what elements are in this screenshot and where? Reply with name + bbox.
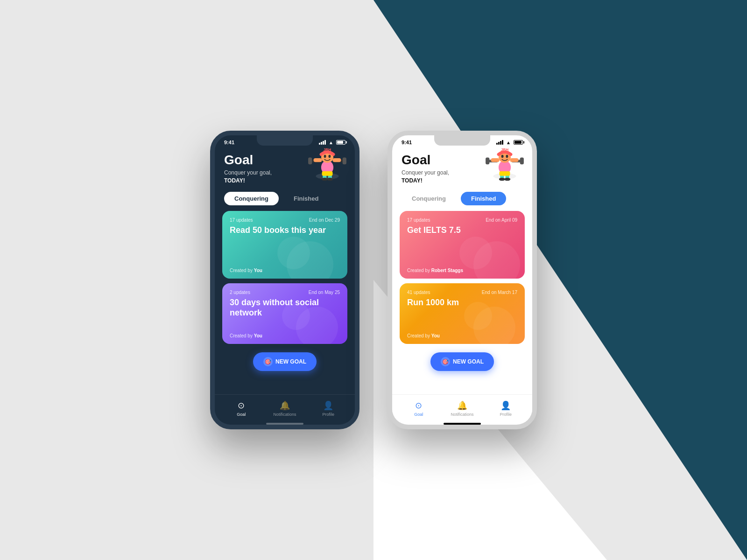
nav-profile-dark[interactable]: 👤 Profile: [307, 400, 350, 417]
signal-bar-l1: [496, 143, 498, 145]
target-icon-light: 🎯: [441, 357, 450, 366]
mascot-light: JBH: [484, 148, 526, 186]
cards-area-light: 17 updates End on April 09 Get IELTS 7.5…: [392, 209, 532, 394]
svg-point-9: [324, 155, 326, 158]
tab-finished-light[interactable]: Finished: [461, 192, 506, 205]
home-bar-light: [444, 423, 481, 425]
svg-point-27: [506, 155, 508, 158]
header-dark: JBH Goal Conquer your goal, TODAY!: [215, 148, 355, 188]
tab-conquering-light[interactable]: Conquering: [402, 192, 456, 205]
battery-icon-light: [514, 140, 523, 145]
wifi-icon-light: ▲: [506, 140, 511, 145]
svg-point-14: [327, 178, 333, 181]
card-title-1-dark: Read 50 books this year: [230, 225, 340, 236]
card-updates-2-light: 41 updates: [407, 290, 430, 295]
nav-notifications-label-dark: Notifications: [273, 412, 296, 417]
signal-bar-l2: [498, 142, 500, 145]
header-light: JBH Goal Conquer your goal, TODAY!: [392, 148, 532, 188]
card-creator-2-dark: Created by You: [230, 333, 262, 338]
battery-fill-light: [514, 141, 521, 144]
phone-dark: 9:41 ▲: [210, 131, 359, 429]
cards-area-dark: 17 updates End on Dec 29 Read 50 books t…: [215, 209, 355, 394]
goal-card-2-dark[interactable]: 2 updates End on May 25 30 days without …: [222, 283, 347, 344]
nav-goal-label-dark: Goal: [237, 412, 246, 417]
nav-profile-label-light: Profile: [500, 412, 512, 417]
target-icon-dark: 🎯: [263, 357, 273, 366]
screen-dark: JBH Goal Conquer your goal, TODAY! Conqu…: [215, 148, 355, 425]
signal-bar-1: [319, 143, 320, 145]
svg-text:JBH: JBH: [501, 148, 508, 152]
nav-notifications-dark[interactable]: 🔔 Notifications: [263, 400, 306, 417]
svg-rect-32: [500, 171, 510, 176]
svg-point-26: [501, 155, 504, 158]
svg-rect-23: [491, 158, 500, 162]
bottom-nav-dark: ⊙ Goal 🔔 Notifications 👤 Profile: [215, 394, 355, 422]
nav-goal-dark[interactable]: ⊙ Goal: [219, 400, 263, 417]
signal-bars-dark: [319, 140, 326, 145]
svg-point-30: [499, 178, 505, 181]
tabs-dark: Conquering Finished: [215, 188, 355, 209]
card-title-1-light: Get IELTS 7.5: [407, 225, 517, 236]
card-title-2-light: Run 1000 km: [407, 298, 517, 308]
wifi-icon-dark: ▲: [329, 140, 333, 145]
svg-rect-15: [322, 171, 333, 176]
home-bar-dark: [266, 423, 303, 425]
bottom-nav-light: ⊙ Goal 🔔 Notifications 👤 Profile: [392, 394, 532, 422]
card-creator-1-dark: Created by You: [230, 268, 262, 273]
card-updates-2-dark: 2 updates: [230, 290, 250, 295]
signal-bar-l3: [500, 141, 501, 145]
card-meta-1-dark: 17 updates End on Dec 29: [230, 217, 340, 223]
signal-bars-light: [496, 140, 503, 145]
notch-light: [434, 135, 490, 146]
goal-card-2-light[interactable]: 41 updates End on March 17 Run 1000 km C…: [400, 283, 525, 344]
svg-rect-24: [510, 158, 518, 162]
svg-rect-7: [332, 158, 341, 162]
signal-bar-2: [321, 142, 322, 145]
card-enddate-2-dark: End on May 25: [309, 290, 340, 295]
mascot-dark: JBH: [306, 148, 348, 186]
card-enddate-1-light: End on April 09: [486, 217, 517, 223]
tab-conquering-dark[interactable]: Conquering: [224, 192, 279, 205]
signal-bar-3: [323, 141, 324, 145]
goal-card-1-dark[interactable]: 17 updates End on Dec 29 Read 50 books t…: [222, 211, 347, 279]
status-icons-dark: ▲: [319, 140, 345, 145]
time-dark: 9:41: [224, 140, 234, 145]
tab-finished-dark[interactable]: Finished: [283, 192, 329, 205]
card-enddate-1-dark: End on Dec 29: [309, 217, 340, 223]
nav-profile-icon-dark: 👤: [323, 400, 333, 411]
card-enddate-2-light: End on March 17: [482, 290, 517, 295]
nav-notifications-icon-dark: 🔔: [280, 400, 290, 411]
svg-rect-19: [486, 157, 489, 164]
card-meta-1-light: 17 updates End on April 09: [407, 217, 517, 223]
phone-light: 9:41 ▲: [388, 131, 537, 429]
svg-point-31: [504, 178, 510, 181]
card-updates-1-dark: 17 updates: [230, 217, 253, 223]
svg-point-13: [322, 178, 328, 181]
svg-text:JBH: JBH: [324, 148, 331, 152]
card-meta-2-dark: 2 updates End on May 25: [230, 290, 340, 295]
nav-goal-icon-dark: ⊙: [238, 400, 245, 411]
phones-container: 9:41 ▲: [210, 131, 537, 429]
signal-bar-4: [324, 140, 326, 145]
new-goal-button-dark[interactable]: 🎯 NEW GOAL: [253, 352, 317, 371]
notch-dark: [257, 135, 313, 146]
svg-rect-21: [520, 157, 524, 164]
new-goal-button-light[interactable]: 🎯 NEW GOAL: [430, 352, 494, 371]
nav-notifications-label-light: Notifications: [451, 412, 473, 417]
home-indicator-dark: [215, 422, 355, 425]
nav-profile-light[interactable]: 👤 Profile: [484, 400, 528, 417]
nav-goal-light[interactable]: ⊙ Goal: [397, 400, 440, 417]
signal-bar-l4: [502, 140, 503, 145]
card-creator-1-light: Created by Robert Staggs: [407, 268, 463, 273]
battery-fill-dark: [337, 141, 343, 144]
status-icons-light: ▲: [496, 140, 523, 145]
tabs-light: Conquering Finished: [392, 188, 532, 209]
card-updates-1-light: 17 updates: [407, 217, 430, 223]
svg-rect-4: [343, 157, 346, 164]
card-meta-2-light: 41 updates End on March 17: [407, 290, 517, 295]
nav-goal-icon-light: ⊙: [415, 400, 422, 411]
nav-notifications-light[interactable]: 🔔 Notifications: [440, 400, 484, 417]
svg-point-10: [328, 155, 331, 158]
card-creator-2-light: Created by You: [407, 333, 440, 338]
goal-card-1-light[interactable]: 17 updates End on April 09 Get IELTS 7.5…: [400, 211, 525, 279]
